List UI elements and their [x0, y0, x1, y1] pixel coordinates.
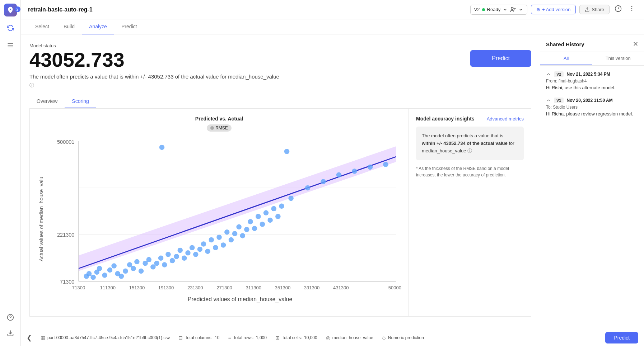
svg-point-44 [111, 263, 117, 269]
version-badge[interactable]: V2 Ready [470, 5, 527, 15]
svg-point-72 [221, 242, 226, 248]
history-to-2: To: Studio Users [546, 105, 638, 110]
svg-text:191300: 191300 [158, 285, 174, 290]
sidebar-icon-refresh[interactable] [5, 22, 16, 34]
svg-text:71300: 71300 [72, 285, 85, 290]
predict-button-bottom[interactable]: Predict [605, 332, 638, 343]
version-label: V2 [474, 7, 480, 12]
svg-point-11 [631, 6, 633, 7]
svg-line-36 [79, 157, 396, 269]
history-date-2: Nov 20, 2022 11:50 AM [566, 98, 612, 103]
svg-text:221300: 221300 [57, 232, 74, 238]
model-metric-value: 43052.733 [29, 50, 281, 70]
history-msg-1: Hi Rishi, use this alternate model. [546, 85, 638, 90]
header-actions: V2 Ready ⊕ + Add version Share [470, 4, 637, 15]
cells-icon: ⊞ [275, 335, 280, 341]
insights-info-icon: ⓘ [467, 148, 472, 153]
svg-point-93 [368, 165, 373, 170]
sidebar-icon-menu[interactable] [5, 39, 16, 51]
history-msg-2: Hi Richa, please review regression model… [546, 111, 638, 117]
more-options-button[interactable] [627, 4, 637, 15]
svg-point-70 [213, 245, 218, 251]
total-rows-label: Total rows: [233, 335, 254, 340]
tab-build[interactable]: Build [56, 19, 82, 34]
chevron-up-icon [546, 72, 551, 77]
insights-header: Model accuracy insights Advanced metrics [416, 116, 524, 122]
sub-tab-overview[interactable]: Overview [29, 95, 65, 108]
total-cells-label: Total cells: [282, 335, 302, 340]
svg-point-74 [229, 237, 234, 243]
svg-point-85 [271, 206, 277, 212]
svg-point-96 [284, 149, 290, 154]
total-columns-label: Total columns: [185, 335, 213, 340]
svg-point-78 [244, 227, 249, 232]
legend-label: RMSE [215, 125, 228, 131]
svg-point-80 [252, 226, 257, 231]
expand-button[interactable]: ❮ [27, 334, 32, 342]
model-status-section: Model status 43052.733 The model often p… [29, 43, 531, 89]
tab-predict[interactable]: Predict [114, 19, 144, 34]
model-status-label: Model status [29, 43, 281, 48]
sidebar-icon-export[interactable] [5, 327, 16, 339]
predict-button-main[interactable]: Predict [470, 50, 531, 67]
share-button[interactable]: Share [579, 5, 610, 14]
svg-point-65 [193, 252, 199, 257]
svg-point-46 [119, 274, 124, 279]
svg-point-58 [165, 252, 171, 257]
insights-footnote: * As the thickness of the RMSE band on a… [416, 165, 524, 178]
svg-text:311300: 311300 [246, 285, 261, 290]
svg-point-75 [232, 231, 238, 236]
target-value: median_house_value [332, 335, 373, 340]
svg-text:391300: 391300 [304, 285, 320, 290]
svg-point-91 [336, 172, 342, 178]
history-item: V2 Nov 21, 2022 5:34 PM From: final-bugb… [546, 71, 638, 90]
svg-point-47 [123, 269, 128, 274]
content-area: Model status 43052.733 The model often p… [21, 34, 540, 329]
prediction-icon: ◇ [382, 335, 386, 341]
rmse-toggle[interactable]: RMSE [207, 124, 232, 132]
rows-icon: ≡ [228, 335, 231, 341]
sub-tabs: Overview Scoring [29, 95, 531, 108]
svg-point-39 [90, 275, 96, 280]
svg-point-42 [102, 272, 107, 278]
svg-point-84 [267, 218, 273, 223]
legend-dot [210, 126, 214, 130]
history-button[interactable] [613, 4, 623, 15]
advanced-metrics-link[interactable]: Advanced metrics [487, 116, 524, 122]
tab-analyze[interactable]: Analyze [82, 19, 114, 34]
sub-tab-scoring[interactable]: Scoring [65, 95, 96, 108]
add-version-button[interactable]: ⊕ + Add version [531, 5, 576, 14]
predict-btn-container: Predict [470, 43, 531, 67]
svg-point-68 [205, 249, 210, 254]
panel-tab-all[interactable]: All [540, 52, 592, 65]
svg-point-89 [305, 185, 311, 191]
history-item-header-2: V1 Nov 20, 2022 11:50 AM [546, 98, 638, 103]
chart-legend: RMSE [37, 124, 401, 132]
file-info: ▦ part-00000-aa3d7547-ffc7-45ce-9c4a-fc5… [41, 335, 170, 341]
svg-point-81 [256, 214, 261, 219]
close-panel-button[interactable]: ✕ [633, 40, 638, 48]
shared-history-panel: Shared History ✕ All This version V2 Nov… [540, 34, 644, 329]
history-item-header: V2 Nov 21, 2022 5:34 PM [546, 71, 638, 77]
svg-point-43 [107, 267, 113, 273]
svg-text:271300: 271300 [216, 285, 232, 290]
sidebar-icon-help[interactable] [5, 312, 16, 323]
ready-label: Ready [487, 7, 501, 12]
page-title: retrain-basic-auto-reg-1 [28, 6, 93, 13]
svg-point-95 [159, 145, 165, 150]
tab-select[interactable]: Select [28, 19, 56, 34]
svg-point-50 [134, 259, 140, 265]
history-item: V1 Nov 20, 2022 11:50 AM To: Studio User… [546, 98, 638, 117]
panel-tab-this-version[interactable]: This version [592, 52, 644, 65]
svg-point-53 [146, 257, 152, 262]
svg-point-77 [240, 233, 246, 238]
svg-point-79 [248, 219, 253, 224]
svg-point-57 [162, 262, 167, 267]
svg-point-73 [224, 229, 230, 235]
svg-point-64 [190, 245, 195, 251]
prediction-type-info: ◇ Numeric prediction [382, 335, 424, 341]
chart-left: Predicted vs. Actual RMSE [30, 109, 409, 316]
main-area: retrain-basic-auto-reg-1 V2 Ready ⊕ + Ad… [21, 0, 644, 346]
version-chip-v2: V2 [554, 71, 564, 77]
svg-point-7 [511, 7, 513, 9]
